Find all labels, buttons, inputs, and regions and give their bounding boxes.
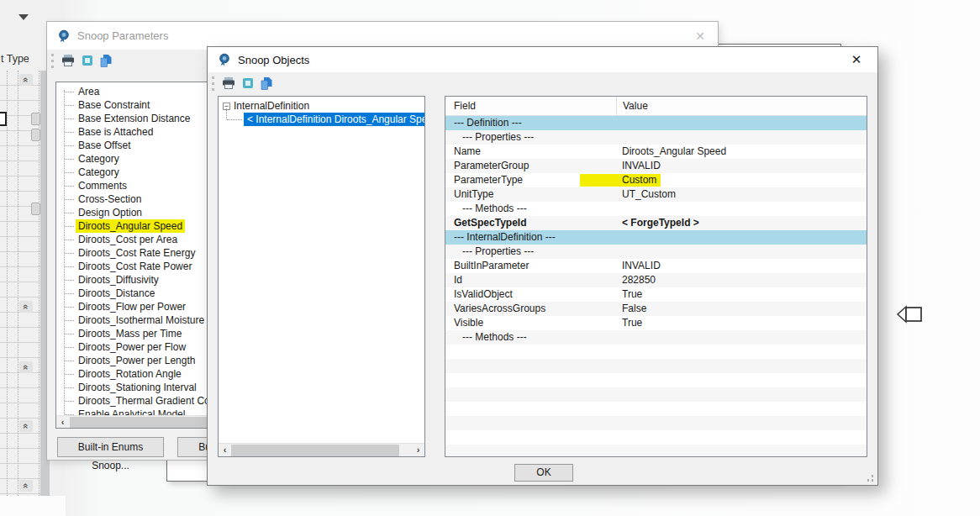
list-item-label: Diroots_Distance xyxy=(76,287,157,300)
print-preview-icon[interactable] xyxy=(243,78,253,88)
horizontal-scrollbar[interactable]: ‹ › xyxy=(219,443,424,456)
table-row[interactable]: IsValidObjectTrue xyxy=(445,287,867,302)
tree-dash xyxy=(65,159,74,160)
collapse-chevron-icon[interactable]: « xyxy=(19,301,33,313)
list-item-label: Diroots_Power per Flow xyxy=(76,340,188,354)
table-row-empty xyxy=(445,430,867,445)
table-row[interactable]: --- Definition --- xyxy=(445,116,867,130)
dropdown-caret-icon[interactable] xyxy=(18,14,29,20)
table-row-empty xyxy=(445,345,867,359)
table-row[interactable]: UnitTypeUT_Custom xyxy=(445,187,867,202)
collapse-chevron-icon[interactable]: « xyxy=(19,361,33,373)
print-preview-icon[interactable] xyxy=(82,55,92,66)
tree-selected-item[interactable]: < InternalDefinition Diroots_Angular Spe… xyxy=(244,113,425,126)
table-row[interactable]: --- Properties --- xyxy=(445,130,867,145)
value-cell xyxy=(616,202,867,216)
field-cell: GetSpecTypeId xyxy=(445,216,616,230)
field-cell: Name xyxy=(445,145,616,159)
value-cell: Diroots_Angular Speed xyxy=(616,145,867,159)
tree-dash xyxy=(65,132,74,133)
value-column-header[interactable]: Value xyxy=(616,97,867,115)
table-row[interactable]: GetSpecTypeId< ForgeTypeId > xyxy=(445,216,867,230)
tree-dash xyxy=(65,105,74,106)
toolbar-grip xyxy=(51,54,54,68)
toolbar-grip xyxy=(212,76,214,91)
list-item-label: Base is Attached xyxy=(76,125,155,139)
list-item-label: Diroots_Diffusivity xyxy=(76,273,161,287)
table-row[interactable]: BuiltInParameterINVALID xyxy=(445,259,867,273)
value-cell: True xyxy=(616,287,867,302)
table-body: --- Definition ------ Properties ---Name… xyxy=(445,116,867,457)
tree-dash xyxy=(65,374,74,375)
list-item-label: Comments xyxy=(76,179,129,192)
table-row[interactable]: --- Methods --- xyxy=(445,330,867,345)
tree-dash xyxy=(65,186,74,187)
list-item-label: Category xyxy=(76,152,122,166)
table-row[interactable]: VisibleTrue xyxy=(445,316,867,330)
table-row-empty xyxy=(445,373,867,387)
table-row[interactable]: --- Properties --- xyxy=(445,245,867,259)
scroll-left-icon[interactable]: ‹ xyxy=(56,416,69,429)
window-title: Snoop Parameters xyxy=(77,29,168,42)
list-item-label: Diroots_Isothermal Moisture Cap xyxy=(76,313,228,327)
table-row[interactable]: Id282850 xyxy=(445,273,867,287)
value-cell xyxy=(616,116,867,130)
print-icon[interactable] xyxy=(222,77,235,89)
list-item-label: Diroots_Flow per Power xyxy=(76,300,188,313)
table-row[interactable]: --- Methods --- xyxy=(445,202,867,216)
print-icon[interactable] xyxy=(61,55,75,66)
field-cell: VariesAcrossGroups xyxy=(445,302,616,316)
table-row-empty xyxy=(445,359,867,373)
scroll-right-icon[interactable]: › xyxy=(412,444,424,456)
close-icon[interactable]: ✕ xyxy=(846,51,867,68)
field-cell: --- Properties --- xyxy=(445,130,616,145)
tree-dash xyxy=(65,334,74,334)
collapse-chevron-icon[interactable]: « xyxy=(19,420,33,432)
grid-line xyxy=(18,71,18,496)
cell-button[interactable] xyxy=(31,113,40,125)
close-icon[interactable]: ✕ xyxy=(689,28,711,45)
window-title: Snoop Objects xyxy=(238,54,309,66)
scrollbar-thumb[interactable] xyxy=(231,445,399,456)
ok-button[interactable]: OK xyxy=(514,464,573,482)
table-row-empty xyxy=(445,402,867,416)
list-item-label: Base Offset xyxy=(76,139,133,152)
list-item-label: Diroots_Cost Rate Power xyxy=(76,260,194,273)
cell-button[interactable] xyxy=(31,203,40,215)
tree-dash xyxy=(65,253,74,254)
table-row[interactable]: VariesAcrossGroupsFalse xyxy=(445,302,867,316)
resize-grip-icon[interactable] xyxy=(867,475,873,482)
value-cell: False xyxy=(616,302,867,316)
built-in-enums-snoop-button[interactable]: Built-in Enums Snoop... xyxy=(57,437,164,457)
copy-icon[interactable] xyxy=(100,55,112,67)
list-item-label: Base Extension Distance xyxy=(76,112,192,125)
value-cell: UT_Custom xyxy=(616,187,867,202)
scroll-left-icon[interactable]: ‹ xyxy=(219,444,231,456)
list-item-label: Diroots_Cost Rate Energy xyxy=(76,246,198,260)
table-row[interactable]: ParameterGroupINVALID xyxy=(445,159,867,173)
collapse-chevron-icon[interactable]: « xyxy=(19,74,33,86)
table-row[interactable]: --- InternalDefinition --- xyxy=(445,230,867,245)
tree-root-item[interactable]: − InternalDefinition xyxy=(219,99,309,113)
copy-icon[interactable] xyxy=(261,77,272,90)
tree-root-label: InternalDefinition xyxy=(234,100,309,112)
edit-type-label: t Type xyxy=(1,53,29,65)
tree-guide-line xyxy=(227,119,242,120)
list-item-label: Base Constraint xyxy=(76,98,152,112)
tree-dash xyxy=(65,347,74,348)
table-row[interactable]: NameDiroots_Angular Speed xyxy=(445,145,867,159)
collapse-chevron-icon[interactable]: « xyxy=(19,480,33,492)
field-cell: --- Methods --- xyxy=(445,202,616,216)
table-row-empty xyxy=(445,416,867,430)
field-cell: --- Methods --- xyxy=(445,330,616,345)
title-bar[interactable]: Snoop Objects ✕ xyxy=(208,47,877,72)
list-item-label: Area xyxy=(76,85,102,98)
table-row[interactable]: ParameterTypeCustom xyxy=(445,173,867,187)
field-value-table[interactable]: Field Value --- Definition ------ Proper… xyxy=(445,96,867,457)
field-column-header[interactable]: Field xyxy=(445,97,616,115)
tree-guide-line xyxy=(226,108,227,119)
revitlookup-badge-icon xyxy=(218,53,231,66)
field-cell: Visible xyxy=(445,316,616,330)
cell-button[interactable] xyxy=(31,129,40,141)
object-tree-panel[interactable]: − InternalDefinition < InternalDefinitio… xyxy=(218,96,425,457)
